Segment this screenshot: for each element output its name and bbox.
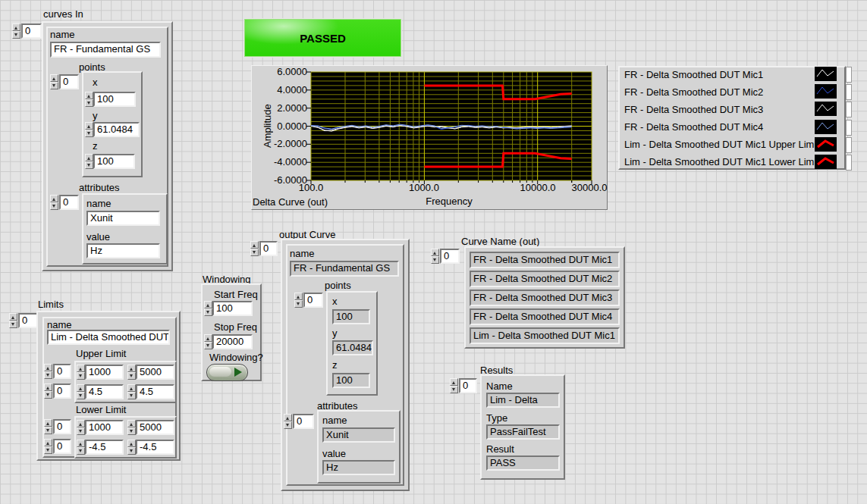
upper-limit-cell-00[interactable]: 1000 xyxy=(85,365,124,380)
curves-in-z-spinner[interactable] xyxy=(85,154,93,169)
lower-limit-cell-00[interactable]: 1000 xyxy=(85,420,124,435)
output-curve-x-label: x xyxy=(332,296,338,307)
curves-in-z-label: z xyxy=(93,140,98,152)
lower-limit-cell-01-spinner[interactable] xyxy=(127,420,136,435)
curve-name-out-index-field[interactable]: 0 xyxy=(440,249,460,264)
curves-in-y-spinner[interactable] xyxy=(85,122,93,137)
upper-limit-col-index-field[interactable]: 0 xyxy=(53,383,71,399)
upper-limit-cell-00-spinner[interactable] xyxy=(77,365,85,380)
curves-in-x-field[interactable]: 100 xyxy=(93,92,136,107)
legend-sample-line xyxy=(818,141,834,147)
curves-in-points-index-field[interactable]: 0 xyxy=(59,74,79,89)
output-curve-name-label: name xyxy=(290,248,315,259)
curves-in-x-spinner[interactable] xyxy=(85,92,93,107)
curves-in-z-field[interactable]: 100 xyxy=(93,154,135,169)
curves-in-attr-name-field[interactable]: Xunit xyxy=(86,211,160,226)
legend-sample-mic3[interactable] xyxy=(815,102,837,116)
curves-in-index-spinner[interactable] xyxy=(12,23,20,39)
output-curve-z-field: 100 xyxy=(332,373,370,388)
legend-scroll-strip xyxy=(846,137,852,153)
lower-limit-cell-11[interactable]: -4.5 xyxy=(136,440,174,455)
curve-name-out-index-spinner[interactable] xyxy=(431,249,439,264)
curves-in-attr-value-field[interactable]: Hz xyxy=(86,243,160,258)
output-curve-points-index-spinner[interactable] xyxy=(294,293,303,308)
windowing-toggle-button[interactable] xyxy=(206,364,248,381)
upper-limit-row-index-spinner[interactable] xyxy=(44,364,52,379)
output-curve-index-field[interactable]: 0 xyxy=(259,241,278,256)
legend-scroll-strip xyxy=(846,155,852,171)
legend-sample-mic4[interactable] xyxy=(815,120,837,134)
lower-limit-col-index-spinner[interactable] xyxy=(44,439,52,454)
legend-sample-mic2[interactable] xyxy=(815,84,837,99)
stop-freq-label: Stop Freq xyxy=(214,321,257,333)
limits-name-field[interactable]: Lim - Delta Smoothed DUT xyxy=(47,330,170,345)
upper-limit-cell-01[interactable]: 5000 xyxy=(136,365,174,380)
lower-limit-cell-10[interactable]: -4.5 xyxy=(85,440,124,455)
curves-in-y-field[interactable]: 61.0484 xyxy=(93,122,140,137)
output-curve-y-label: y xyxy=(332,327,338,339)
lower-limit-col-index-field[interactable]: 0 xyxy=(53,439,71,454)
limits-index-spinner[interactable] xyxy=(9,313,17,328)
upper-limit-label: Upper Limit xyxy=(76,348,126,359)
lower-limit-row-index-field[interactable]: 0 xyxy=(53,419,71,434)
curves-in-attr-name-label: name xyxy=(86,198,112,209)
plot-area xyxy=(306,67,596,193)
curves-in-attributes-index-field[interactable]: 0 xyxy=(59,195,79,210)
curves-in-x-label: x xyxy=(93,77,98,88)
start-freq-spinner[interactable] xyxy=(204,301,212,316)
results-type-field: PassFailTest xyxy=(486,424,560,440)
lower-limit-cell-01[interactable]: 5000 xyxy=(136,420,174,435)
lower-limit-row-index-spinner[interactable] xyxy=(44,419,52,434)
legend-label-lower-limit: Lim - Delta Smoothed DUT Mic1 Lower Limi… xyxy=(624,156,819,167)
output-curve-attributes-index-field[interactable]: 0 xyxy=(293,414,314,429)
pass-fail-indicator: PASSED xyxy=(244,19,401,57)
lower-limit-cell-11-spinner[interactable] xyxy=(127,440,136,455)
lower-limit-cell-00-spinner[interactable] xyxy=(77,420,85,435)
output-curve-y-field: 61.0484 xyxy=(332,340,373,355)
upper-limit-row-index-field[interactable]: 0 xyxy=(53,364,71,379)
legend-sample-mic1[interactable] xyxy=(815,67,837,81)
results-index-field[interactable]: 0 xyxy=(459,378,477,393)
legend-label-mic2: FR - Delta Smoothed DUT Mic2 xyxy=(624,86,763,98)
upper-limit-col-index-spinner[interactable] xyxy=(44,383,52,399)
legend-sample-lower-limit[interactable] xyxy=(815,155,837,169)
y-tick-2: 2.0000 xyxy=(266,103,307,114)
curves-in-index-field[interactable]: 0 xyxy=(21,23,42,39)
legend-scroll-strip xyxy=(846,84,852,100)
lower-limit-label: Lower Limit xyxy=(76,404,126,415)
stop-freq-spinner[interactable] xyxy=(204,334,212,349)
start-freq-field[interactable]: 100 xyxy=(212,301,253,316)
curve-name-item: FR - Delta Smoothed DUT Mic1 xyxy=(470,252,620,268)
upper-limit-cell-11-spinner[interactable] xyxy=(127,384,136,399)
upper-limit-cell-11[interactable]: 4.5 xyxy=(136,384,174,399)
x-tick-100: 100.0 xyxy=(284,183,338,193)
curves-in-attributes-index-spinner[interactable] xyxy=(50,195,58,210)
curves-in-label: curves In xyxy=(43,8,83,20)
output-curve-name-field: FR - Fundamental GS xyxy=(290,261,399,277)
curves-in-points-index-spinner[interactable] xyxy=(50,74,58,89)
y-tick-4: 4.0000 xyxy=(266,85,307,95)
output-curve-x-field: 100 xyxy=(332,309,370,324)
output-curve-points-index-field[interactable]: 0 xyxy=(303,293,323,308)
results-type-label: Type xyxy=(486,412,507,424)
results-index-spinner[interactable] xyxy=(450,378,458,393)
legend-sample-line xyxy=(817,105,834,111)
x-tick-1000: 1000.0 xyxy=(397,183,451,193)
output-curve-index-spinner[interactable] xyxy=(250,241,259,256)
legend-scroll-strip xyxy=(846,102,852,117)
lower-limit-cell-10-spinner[interactable] xyxy=(77,440,85,455)
legend-scroll-strip xyxy=(846,120,852,136)
upper-limit-cell-10[interactable]: 4.5 xyxy=(85,384,124,399)
legend-sample-upper-limit[interactable] xyxy=(815,137,837,152)
upper-limit-cell-10-spinner[interactable] xyxy=(77,384,85,399)
legend-label-mic4: FR - Delta Smoothed DUT Mic4 xyxy=(624,121,763,133)
windowing-toggle-label: Windowing? xyxy=(209,352,263,363)
stop-freq-field[interactable]: 20000 xyxy=(212,334,253,349)
curves-in-name-field[interactable]: FR - Fundamental GS xyxy=(50,42,161,58)
legend-sample-line xyxy=(817,70,834,77)
upper-limit-cell-01-spinner[interactable] xyxy=(127,365,136,380)
output-curve-attributes-index-spinner[interactable] xyxy=(284,414,292,429)
results-result-field: PASS xyxy=(486,455,560,471)
graph-title: Delta Curve (out) xyxy=(253,196,328,208)
results-result-label: Result xyxy=(486,443,514,455)
